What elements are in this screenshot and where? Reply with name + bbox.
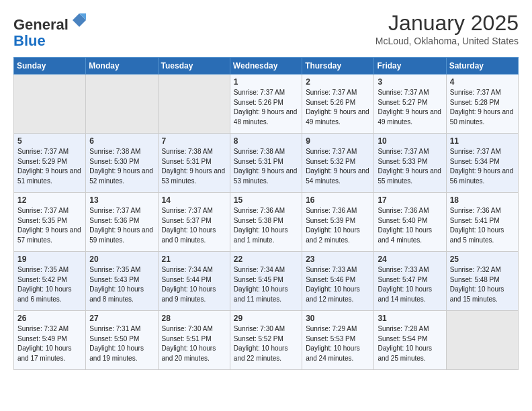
- title-block: January 2025 McLoud, Oklahoma, United St…: [375, 11, 519, 46]
- day-info: Sunrise: 7:32 AMSunset: 5:48 PMDaylight:…: [450, 265, 515, 304]
- logo-blue: Blue: [13, 32, 46, 49]
- day-info: Sunrise: 7:36 AMSunset: 5:39 PMDaylight:…: [306, 206, 370, 245]
- calendar-day-header: Tuesday: [158, 58, 230, 75]
- day-info: Sunrise: 7:36 AMSunset: 5:38 PMDaylight:…: [234, 206, 298, 245]
- calendar-cell: 17Sunrise: 7:36 AMSunset: 5:40 PMDayligh…: [374, 193, 446, 252]
- day-info: Sunrise: 7:37 AMSunset: 5:33 PMDaylight:…: [378, 147, 442, 186]
- calendar-cell: 10Sunrise: 7:37 AMSunset: 5:33 PMDayligh…: [374, 134, 446, 193]
- calendar-day-header: Monday: [86, 58, 158, 75]
- day-number: 12: [17, 195, 82, 205]
- day-info: Sunrise: 7:35 AMSunset: 5:42 PMDaylight:…: [17, 265, 82, 304]
- day-number: 17: [378, 195, 442, 205]
- calendar-cell: 31Sunrise: 7:28 AMSunset: 5:54 PMDayligh…: [374, 311, 446, 370]
- day-info: Sunrise: 7:28 AMSunset: 5:54 PMDaylight:…: [378, 324, 442, 363]
- day-number: 3: [378, 77, 442, 87]
- logo: General Blue: [13, 11, 89, 49]
- calendar-cell: 8Sunrise: 7:38 AMSunset: 5:31 PMDaylight…: [230, 134, 302, 193]
- location: McLoud, Oklahoma, United States: [375, 36, 519, 46]
- day-info: Sunrise: 7:37 AMSunset: 5:34 PMDaylight:…: [450, 147, 515, 186]
- calendar-week-row: 12Sunrise: 7:37 AMSunset: 5:35 PMDayligh…: [14, 193, 519, 252]
- day-number: 7: [162, 136, 226, 146]
- day-number: 23: [306, 255, 370, 264]
- day-info: Sunrise: 7:30 AMSunset: 5:51 PMDaylight:…: [162, 324, 226, 363]
- logo-icon: [70, 11, 89, 30]
- day-number: 18: [450, 195, 515, 205]
- day-number: 4: [450, 77, 515, 87]
- day-info: Sunrise: 7:36 AMSunset: 5:41 PMDaylight:…: [450, 206, 515, 245]
- day-info: Sunrise: 7:30 AMSunset: 5:52 PMDaylight:…: [234, 324, 298, 363]
- day-number: 1: [234, 77, 298, 87]
- calendar-cell: 25Sunrise: 7:32 AMSunset: 5:48 PMDayligh…: [446, 252, 518, 311]
- calendar-cell: 9Sunrise: 7:37 AMSunset: 5:32 PMDaylight…: [302, 134, 374, 193]
- calendar-cell: 27Sunrise: 7:31 AMSunset: 5:50 PMDayligh…: [86, 311, 158, 370]
- page-container: General Blue January 2025 McLoud, Oklaho…: [0, 0, 532, 377]
- day-number: 30: [306, 314, 370, 323]
- calendar-cell: 11Sunrise: 7:37 AMSunset: 5:34 PMDayligh…: [446, 134, 518, 193]
- calendar-day-header: Wednesday: [230, 58, 302, 75]
- calendar-cell: 24Sunrise: 7:33 AMSunset: 5:47 PMDayligh…: [374, 252, 446, 311]
- calendar-week-row: 5Sunrise: 7:37 AMSunset: 5:29 PMDaylight…: [14, 134, 519, 193]
- day-info: Sunrise: 7:37 AMSunset: 5:26 PMDaylight:…: [306, 88, 370, 127]
- calendar-cell: [14, 75, 86, 134]
- day-number: 26: [17, 314, 82, 323]
- calendar-cell: [446, 311, 518, 370]
- day-number: 28: [162, 314, 226, 323]
- day-number: 24: [378, 255, 442, 264]
- day-info: Sunrise: 7:37 AMSunset: 5:29 PMDaylight:…: [17, 147, 82, 186]
- calendar-table: SundayMondayTuesdayWednesdayThursdayFrid…: [13, 57, 519, 370]
- day-number: 5: [17, 136, 82, 146]
- calendar-cell: 20Sunrise: 7:35 AMSunset: 5:43 PMDayligh…: [86, 252, 158, 311]
- calendar-week-row: 19Sunrise: 7:35 AMSunset: 5:42 PMDayligh…: [14, 252, 519, 311]
- logo-general: General: [13, 16, 69, 33]
- day-info: Sunrise: 7:37 AMSunset: 5:26 PMDaylight:…: [234, 88, 298, 127]
- day-info: Sunrise: 7:38 AMSunset: 5:30 PMDaylight:…: [89, 147, 154, 186]
- day-info: Sunrise: 7:38 AMSunset: 5:31 PMDaylight:…: [162, 147, 226, 186]
- day-info: Sunrise: 7:34 AMSunset: 5:45 PMDaylight:…: [234, 265, 298, 304]
- calendar-day-header: Sunday: [14, 58, 86, 75]
- calendar-week-row: 1Sunrise: 7:37 AMSunset: 5:26 PMDaylight…: [14, 75, 519, 134]
- calendar-header-row: SundayMondayTuesdayWednesdayThursdayFrid…: [14, 58, 519, 75]
- day-info: Sunrise: 7:31 AMSunset: 5:50 PMDaylight:…: [89, 324, 154, 363]
- day-info: Sunrise: 7:37 AMSunset: 5:37 PMDaylight:…: [162, 206, 226, 245]
- calendar-day-header: Thursday: [302, 58, 374, 75]
- calendar-cell: 26Sunrise: 7:32 AMSunset: 5:49 PMDayligh…: [14, 311, 86, 370]
- day-info: Sunrise: 7:38 AMSunset: 5:31 PMDaylight:…: [234, 147, 298, 186]
- day-info: Sunrise: 7:33 AMSunset: 5:47 PMDaylight:…: [378, 265, 442, 304]
- day-number: 22: [234, 255, 298, 264]
- day-number: 13: [89, 195, 154, 205]
- calendar-cell: [158, 75, 230, 134]
- calendar-week-row: 26Sunrise: 7:32 AMSunset: 5:49 PMDayligh…: [14, 311, 519, 370]
- calendar-cell: 13Sunrise: 7:37 AMSunset: 5:36 PMDayligh…: [86, 193, 158, 252]
- calendar-cell: 30Sunrise: 7:29 AMSunset: 5:53 PMDayligh…: [302, 311, 374, 370]
- day-number: 20: [89, 255, 154, 264]
- day-info: Sunrise: 7:33 AMSunset: 5:46 PMDaylight:…: [306, 265, 370, 304]
- calendar-cell: 4Sunrise: 7:37 AMSunset: 5:28 PMDaylight…: [446, 75, 518, 134]
- day-info: Sunrise: 7:37 AMSunset: 5:28 PMDaylight:…: [450, 88, 515, 127]
- calendar-cell: 28Sunrise: 7:30 AMSunset: 5:51 PMDayligh…: [158, 311, 230, 370]
- day-number: 21: [162, 255, 226, 264]
- day-number: 10: [378, 136, 442, 146]
- day-info: Sunrise: 7:35 AMSunset: 5:43 PMDaylight:…: [89, 265, 154, 304]
- calendar-cell: 7Sunrise: 7:38 AMSunset: 5:31 PMDaylight…: [158, 134, 230, 193]
- calendar-cell: 12Sunrise: 7:37 AMSunset: 5:35 PMDayligh…: [14, 193, 86, 252]
- day-number: 27: [89, 314, 154, 323]
- calendar-cell: 21Sunrise: 7:34 AMSunset: 5:44 PMDayligh…: [158, 252, 230, 311]
- calendar-cell: 5Sunrise: 7:37 AMSunset: 5:29 PMDaylight…: [14, 134, 86, 193]
- day-number: 29: [234, 314, 298, 323]
- calendar-cell: 29Sunrise: 7:30 AMSunset: 5:52 PMDayligh…: [230, 311, 302, 370]
- calendar-cell: 3Sunrise: 7:37 AMSunset: 5:27 PMDaylight…: [374, 75, 446, 134]
- day-number: 16: [306, 195, 370, 205]
- calendar-day-header: Friday: [374, 58, 446, 75]
- day-info: Sunrise: 7:36 AMSunset: 5:40 PMDaylight:…: [378, 206, 442, 245]
- calendar-cell: 14Sunrise: 7:37 AMSunset: 5:37 PMDayligh…: [158, 193, 230, 252]
- day-info: Sunrise: 7:37 AMSunset: 5:36 PMDaylight:…: [89, 206, 154, 245]
- day-info: Sunrise: 7:34 AMSunset: 5:44 PMDaylight:…: [162, 265, 226, 304]
- day-number: 9: [306, 136, 370, 146]
- month-title: January 2025: [375, 11, 519, 36]
- calendar-cell: 15Sunrise: 7:36 AMSunset: 5:38 PMDayligh…: [230, 193, 302, 252]
- calendar-cell: [86, 75, 158, 134]
- day-info: Sunrise: 7:37 AMSunset: 5:32 PMDaylight:…: [306, 147, 370, 186]
- day-number: 11: [450, 136, 515, 146]
- day-number: 31: [378, 314, 442, 323]
- day-info: Sunrise: 7:29 AMSunset: 5:53 PMDaylight:…: [306, 324, 370, 363]
